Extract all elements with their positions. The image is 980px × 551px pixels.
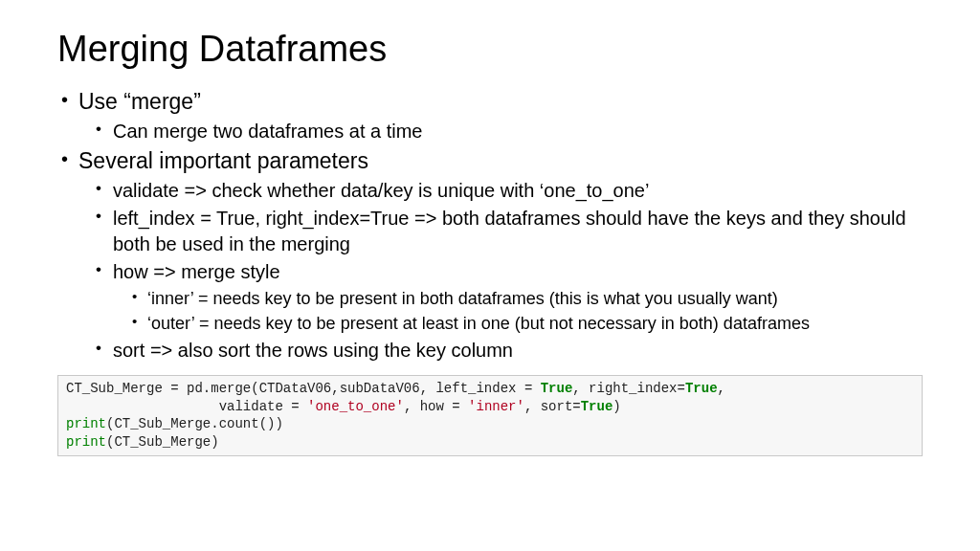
bullet-2-3-text: how => merge style [113,261,280,282]
code-line-3: print(CT_Sub_Merge.count()) [66,416,283,431]
bullet-1-1: Can merge two dataframes at a time [92,119,923,144]
bullet-2-text: Several important parameters [78,148,368,173]
bullet-1: Use “merge” Can merge two dataframes at … [57,87,923,144]
code-block: CT_Sub_Merge = pd.merge(CTDataV06,subDat… [57,375,923,457]
code-line-1: CT_Sub_Merge = pd.merge(CTDataV06,subDat… [66,381,725,396]
bullet-2-3-2: ‘outer’ = needs key to be present at lea… [128,312,923,335]
bullet-1-text: Use “merge” [78,89,201,114]
bullet-2-2: left_index = True, right_index=True => b… [92,206,923,257]
bullet-2-3: how => merge style ‘inner’ = needs key t… [92,259,923,336]
code-line-4: print(CT_Sub_Merge) [66,434,219,450]
code-line-2: validate = 'one_to_one', how = 'inner', … [66,399,621,414]
bullet-2-1: validate => check whether data/key is un… [92,178,923,204]
slide-title: Merging Dataframes [57,29,923,70]
bullet-2-4: sort => also sort the rows using the key… [92,338,923,364]
slide-body: Merging Dataframes Use “merge” Can merge… [0,0,980,364]
bullet-2-3-1: ‘inner’ = needs key to be present in bot… [128,287,923,310]
bullet-list: Use “merge” Can merge two dataframes at … [57,87,923,364]
bullet-2: Several important parameters validate =>… [57,146,923,364]
